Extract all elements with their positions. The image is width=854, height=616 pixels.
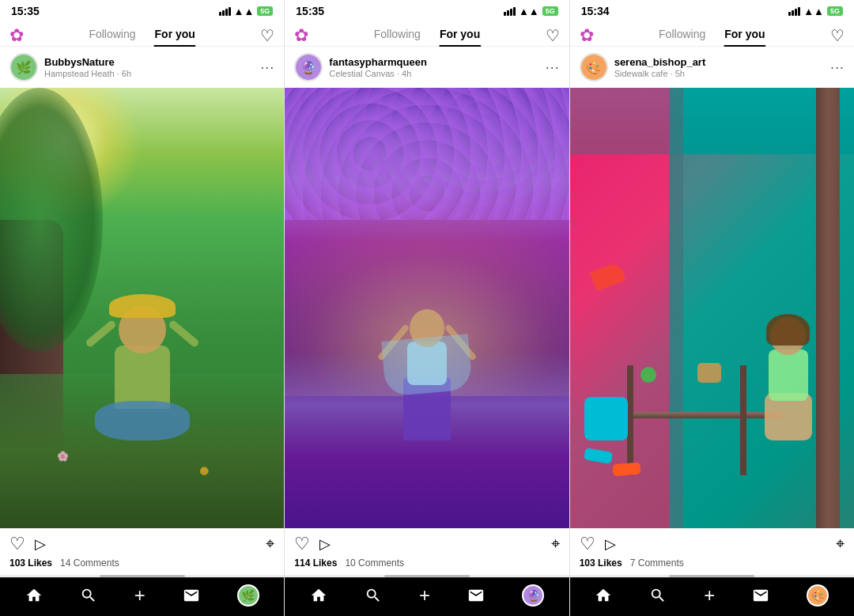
- bookmark-button[interactable]: ⌖: [836, 535, 845, 553]
- comments-count[interactable]: 10 Comments: [345, 557, 404, 569]
- post-user-info: serena_bishop_art Sidewalk cafe · 5h: [614, 56, 830, 78]
- nav-tabs: Following For you: [365, 25, 489, 47]
- profile-avatar[interactable]: 🌿: [237, 584, 259, 607]
- add-button[interactable]: +: [419, 584, 430, 607]
- nav-bar: ✿ Following For you ♡: [570, 21, 854, 47]
- nav-tabs: Following For you: [649, 25, 774, 47]
- post-meta: Celestial Canvas · 4h: [329, 69, 545, 78]
- search-button[interactable]: [80, 587, 97, 604]
- heart-icon[interactable]: ♡: [546, 26, 560, 45]
- signal-bars-icon: [219, 7, 231, 16]
- post-username[interactable]: serena_bishop_art: [614, 56, 830, 69]
- status-time: 15:34: [581, 5, 610, 17]
- home-button[interactable]: [310, 587, 327, 604]
- comments-count[interactable]: 7 Comments: [630, 557, 684, 569]
- nav-bar: ✿ Following For you ♡: [0, 21, 284, 47]
- status-bar: 15:34 ▲▲ 5G: [570, 0, 854, 21]
- post-username[interactable]: BubbysNature: [44, 56, 260, 69]
- battery-badge: 5G: [257, 6, 273, 16]
- phone-panel-3: 15:34 ▲▲ 5G ✿ Following For you ♡ 🎨: [570, 0, 854, 616]
- post-actions: ♡ ▷ ⌖: [285, 528, 569, 556]
- post-actions: ♡ ▷ ⌖: [0, 528, 284, 556]
- nav-tabs: Following For you: [79, 25, 204, 47]
- status-icons: ▲▲ 5G: [788, 6, 843, 17]
- profile-avatar[interactable]: 🔮: [522, 584, 544, 607]
- signal-bars-icon: [788, 7, 800, 16]
- post-user-info: BubbysNature Hampstead Heath · 6h: [44, 56, 260, 78]
- post-username[interactable]: fantasypharmqueen: [329, 56, 545, 69]
- post-header: 🎨 serena_bishop_art Sidewalk cafe · 5h ·…: [570, 47, 854, 88]
- share-button[interactable]: ▷: [605, 537, 616, 551]
- bookmark-button[interactable]: ⌖: [266, 535, 274, 553]
- inbox-button[interactable]: [752, 587, 769, 604]
- post-more-button[interactable]: ···: [260, 59, 274, 76]
- avatar: 🎨: [580, 53, 608, 81]
- tab-following[interactable]: Following: [79, 25, 145, 47]
- post-actions: ♡ ▷ ⌖: [570, 528, 854, 556]
- status-bar: 15:35 ▲▲ 5G: [285, 0, 569, 21]
- tab-for-you[interactable]: For you: [715, 25, 774, 47]
- post-image: [285, 88, 569, 528]
- app-logo: ✿: [294, 25, 308, 46]
- profile-avatar[interactable]: 🎨: [807, 584, 829, 607]
- post-stats: 103 Likes 14 Comments: [0, 556, 284, 575]
- likes-count: 103 Likes: [9, 557, 52, 569]
- bottom-nav: + 🌿: [0, 577, 284, 616]
- likes-count: 103 Likes: [580, 557, 622, 569]
- add-button[interactable]: +: [704, 584, 715, 607]
- post-more-button[interactable]: ···: [546, 59, 560, 76]
- post-stats: 103 Likes 7 Comments: [570, 556, 854, 575]
- status-icons: ▲▲ 5G: [504, 6, 558, 17]
- share-button[interactable]: ▷: [35, 537, 46, 551]
- status-time: 15:35: [11, 5, 40, 17]
- add-button[interactable]: +: [134, 584, 145, 607]
- scroll-indicator: [0, 575, 284, 577]
- like-button[interactable]: ♡: [580, 535, 595, 553]
- post-image: [570, 88, 854, 528]
- wifi-icon: ▲▲: [803, 6, 824, 17]
- likes-count: 114 Likes: [294, 557, 337, 569]
- app-logo: ✿: [580, 25, 594, 46]
- tab-following[interactable]: Following: [365, 25, 430, 47]
- wifi-icon: ▲▲: [234, 6, 255, 17]
- inbox-button[interactable]: [183, 587, 200, 604]
- avatar: 🔮: [294, 53, 323, 81]
- home-button[interactable]: [595, 587, 612, 604]
- inbox-button[interactable]: [467, 587, 485, 604]
- bottom-nav: + 🔮: [285, 577, 569, 616]
- app-logo: ✿: [9, 25, 24, 46]
- bottom-nav: + 🎨: [570, 577, 854, 616]
- share-button[interactable]: ▷: [319, 537, 331, 551]
- post-more-button[interactable]: ···: [830, 59, 845, 76]
- status-icons: ▲▲ 5G: [219, 6, 274, 17]
- post-header: 🌿 BubbysNature Hampstead Heath · 6h ···: [0, 47, 284, 88]
- post-header: 🔮 fantasypharmqueen Celestial Canvas · 4…: [285, 47, 569, 88]
- like-button[interactable]: ♡: [294, 535, 310, 553]
- scroll-indicator: [570, 575, 854, 577]
- nav-bar: ✿ Following For you ♡: [285, 21, 569, 47]
- wifi-icon: ▲▲: [519, 6, 539, 17]
- bookmark-button[interactable]: ⌖: [551, 535, 560, 553]
- signal-bars-icon: [504, 7, 516, 16]
- post-meta: Hampstead Heath · 6h: [44, 69, 260, 78]
- heart-icon[interactable]: ♡: [830, 26, 845, 45]
- tab-for-you[interactable]: For you: [145, 25, 205, 47]
- like-button[interactable]: ♡: [9, 535, 25, 553]
- home-button[interactable]: [25, 587, 43, 604]
- post-user-info: fantasypharmqueen Celestial Canvas · 4h: [329, 56, 545, 78]
- tab-following[interactable]: Following: [649, 25, 715, 47]
- battery-badge: 5G: [827, 6, 843, 16]
- comments-count[interactable]: 14 Comments: [60, 557, 119, 569]
- heart-icon[interactable]: ♡: [260, 26, 274, 45]
- phone-panel-2: 15:35 ▲▲ 5G ✿ Following For you ♡ 🔮: [285, 0, 569, 616]
- post-meta: Sidewalk cafe · 5h: [614, 69, 830, 78]
- tab-for-you[interactable]: For you: [430, 25, 489, 47]
- scroll-indicator: [285, 575, 569, 577]
- search-button[interactable]: [649, 587, 667, 604]
- search-button[interactable]: [365, 587, 382, 604]
- post-stats: 114 Likes 10 Comments: [285, 556, 569, 575]
- phone-panel-1: 15:35 ▲▲ 5G ✿ Following For you ♡ 🌿: [0, 0, 285, 616]
- status-time: 15:35: [296, 5, 324, 17]
- status-bar: 15:35 ▲▲ 5G: [0, 0, 284, 21]
- avatar: 🌿: [9, 53, 38, 81]
